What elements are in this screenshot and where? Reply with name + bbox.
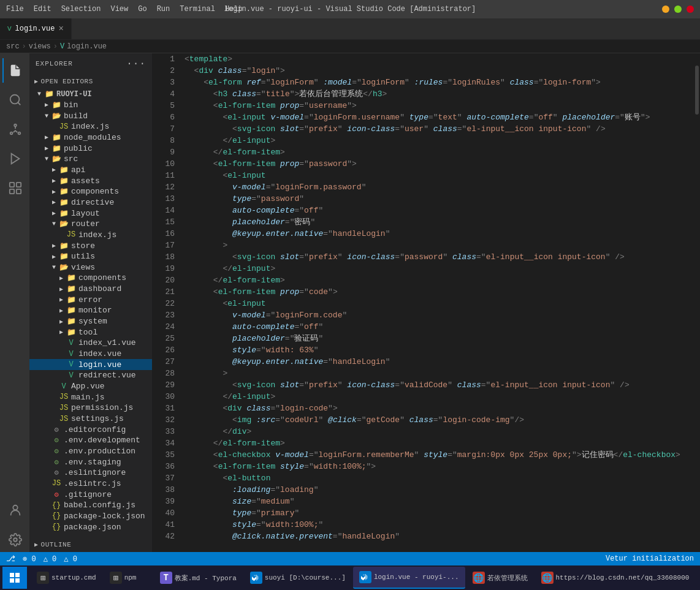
start-button[interactable]: [2, 567, 27, 589]
root-folder[interactable]: ▼ 📁 RUOYI-UI: [29, 89, 152, 100]
breadcrumb-vue-icon: V: [60, 42, 64, 51]
title-bar-left: File Edit Selection View Go Run Terminal…: [6, 5, 243, 13]
file-login-vue[interactable]: ▶ V login.vue: [29, 359, 152, 370]
taskbar-vscode-1[interactable]: suoyi [D:\course...]: [244, 567, 352, 589]
envs-icon: ⚙: [51, 458, 61, 467]
menu-edit[interactable]: Edit: [34, 5, 51, 13]
close-btn[interactable]: [687, 6, 694, 13]
api-label: api: [71, 165, 85, 175]
root-arrow: ▼: [34, 91, 44, 97]
account-icon-btn[interactable]: [2, 498, 27, 523]
file-package-lock[interactable]: ▶ {} package-lock.json: [29, 511, 152, 522]
open-editors-header[interactable]: ▶ OPEN EDITORS: [29, 74, 152, 89]
folder-directive[interactable]: ▶ 📁 directive: [29, 197, 152, 208]
menu-selection[interactable]: Selection: [61, 5, 101, 13]
code-line-30: </el-input>: [185, 391, 694, 403]
warning-count[interactable]: △ 0: [44, 554, 57, 564]
file-build-index-js[interactable]: ▶ JS index.js: [29, 121, 152, 132]
folder-node-modules[interactable]: ▶ 📁 node_modules: [29, 132, 152, 143]
tab-close-btn[interactable]: ×: [58, 24, 63, 34]
file-router-index-js[interactable]: ▶ JS index.js: [29, 230, 152, 241]
editor-scrollbar[interactable]: [694, 53, 700, 552]
folder-src[interactable]: ▼ 📂 src: [29, 154, 152, 165]
file-eslintignore[interactable]: ▶ ⚙ .eslintignore: [29, 467, 152, 478]
file-index-vue[interactable]: ▶ V index.vue: [29, 349, 152, 360]
file-babel-config[interactable]: ▶ {} babel.config.js: [29, 500, 152, 511]
svg-rect-12: [10, 573, 14, 577]
file-gitignore[interactable]: ▶ ⚙ .gitignore: [29, 489, 152, 500]
folder-tool[interactable]: ▶ 📁 tool: [29, 327, 152, 338]
file-env-staging[interactable]: ▶ ⚙ .env.staging: [29, 456, 152, 467]
folder-router[interactable]: ▼ 📂 router: [29, 219, 152, 230]
search-icon-btn[interactable]: [2, 88, 27, 112]
assets-folder-icon: 📁: [59, 176, 69, 186]
open-editors-arrow: ▶: [34, 78, 39, 85]
menu-bar[interactable]: File Edit Selection View Go Run Terminal…: [6, 5, 243, 13]
file-permission-js[interactable]: ▶ JS permission.js: [29, 403, 152, 414]
ec-icon: ⚙: [51, 425, 61, 434]
file-env-dev[interactable]: ▶ ⚙ .env.development: [29, 435, 152, 446]
code-content[interactable]: <template> <div class="login"> <el-form …: [180, 53, 694, 552]
menu-go[interactable]: Go: [138, 5, 146, 13]
folder-layout[interactable]: ▶ 📁 layout: [29, 208, 152, 219]
taskbar-browser-1[interactable]: 🌐 若依管理系统: [466, 567, 534, 589]
source-control-icon-btn[interactable]: [2, 117, 27, 142]
menu-run[interactable]: Run: [157, 5, 170, 13]
taskbar-vscode-2[interactable]: login.vue - ruoyi-...: [353, 567, 465, 589]
menu-file[interactable]: File: [6, 5, 24, 13]
folder-views-components[interactable]: ▶ 📁 components: [29, 273, 152, 284]
file-redirect-vue[interactable]: ▶ V redirect.vue: [29, 370, 152, 381]
taskbar-startup[interactable]: ⊞ startup.cmd: [31, 567, 102, 589]
vue-file-icon: V: [7, 25, 12, 32]
file-settings-js[interactable]: ▶ JS settings.js: [29, 414, 152, 425]
folder-error[interactable]: ▶ 📁 error: [29, 294, 152, 305]
code-line-13: type="password": [185, 193, 694, 205]
breadcrumb-views[interactable]: views: [29, 42, 51, 51]
npm-icon: ⊞: [110, 572, 122, 584]
folder-store[interactable]: ▶ 📁 store: [29, 240, 152, 251]
outline-header[interactable]: ▶ OUTLINE: [29, 537, 152, 552]
debug-icon-btn[interactable]: [2, 146, 27, 171]
menu-terminal[interactable]: Terminal: [180, 5, 215, 13]
file-editorconfig[interactable]: ▶ ⚙ .editorconfig: [29, 424, 152, 435]
code-editor[interactable]: 1 2 3 4 5 6 7 8 9 10 11 12 13 14 15 16 1: [152, 53, 700, 552]
settings-icon-btn[interactable]: [2, 528, 27, 552]
extensions-icon-btn[interactable]: [2, 176, 27, 200]
error-count[interactable]: ⊗ 0: [23, 554, 36, 564]
menu-view[interactable]: View: [110, 5, 128, 13]
vscode1-icon: [250, 572, 262, 584]
info-count[interactable]: △ 0: [64, 554, 77, 564]
folder-bin[interactable]: ▶ 📁 bin: [29, 100, 152, 111]
folder-assets[interactable]: ▶ 📁 assets: [29, 175, 152, 186]
folder-dashboard[interactable]: ▶ 📁 dashboard: [29, 284, 152, 295]
breadcrumb-src[interactable]: src: [6, 42, 20, 51]
file-index-v1-vue[interactable]: ▶ V index_v1.vue: [29, 338, 152, 349]
folder-build[interactable]: ▼ 📂 build: [29, 110, 152, 121]
folder-views[interactable]: ▼ 📂 views: [29, 262, 152, 273]
folder-monitor[interactable]: ▶ 📁 monitor: [29, 305, 152, 316]
maximize-btn[interactable]: [674, 6, 682, 13]
folder-public[interactable]: ▶ 📁 public: [29, 143, 152, 154]
file-env-prod[interactable]: ▶ ⚙ .env.production: [29, 446, 152, 457]
tab-login-vue[interactable]: V login.vue ×: [0, 18, 72, 39]
svg-line-1: [18, 102, 20, 105]
router-folder-icon: 📂: [59, 219, 69, 229]
directive-folder-icon: 📁: [59, 198, 69, 207]
file-main-js[interactable]: ▶ JS main.js: [29, 391, 152, 403]
code-line-4: <h3 class="title">若依后台管理系统</h3>: [185, 88, 694, 100]
file-package-json[interactable]: ▶ {} package.json: [29, 521, 152, 532]
taskbar-typora[interactable]: T 教案.md - Typora: [154, 567, 243, 589]
folder-system[interactable]: ▶ 📁 system: [29, 316, 152, 327]
code-line-11: <el-input: [185, 170, 694, 181]
taskbar-npm[interactable]: ⊞ npm: [104, 567, 153, 589]
taskbar-browser-2[interactable]: 🌐 https://blog.csdn.net/qq_33608000: [535, 567, 696, 589]
file-app-vue[interactable]: ▶ V App.vue: [29, 381, 152, 392]
minimize-btn[interactable]: [662, 6, 669, 13]
folder-utils[interactable]: ▶ 📁 utils: [29, 251, 152, 262]
breadcrumb-file[interactable]: login.vue: [67, 42, 107, 51]
folder-components[interactable]: ▶ 📁 components: [29, 186, 152, 197]
folder-api[interactable]: ▶ 📁 api: [29, 165, 152, 176]
file-eslintrc-js[interactable]: ▶ JS .eslintrc.js: [29, 478, 152, 490]
explorer-icon-btn[interactable]: [2, 58, 27, 83]
explorer-menu-btn[interactable]: ···: [126, 58, 146, 69]
